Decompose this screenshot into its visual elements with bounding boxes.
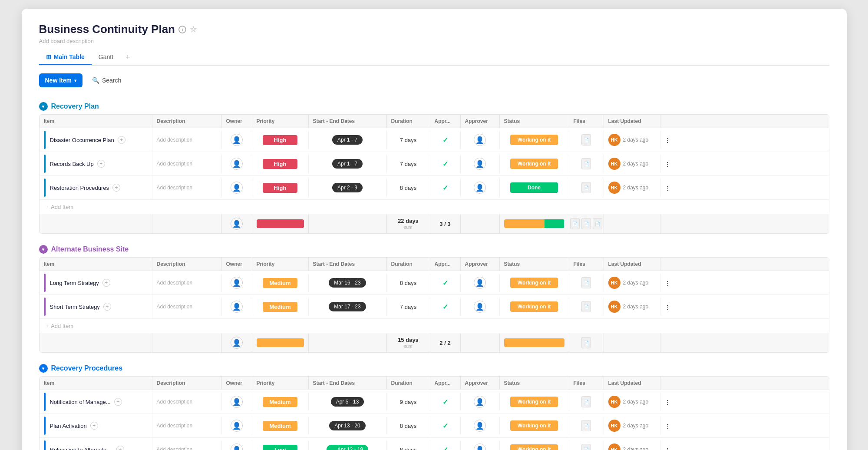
cell-priority[interactable]: High (252, 131, 309, 149)
check-icon: ✓ (442, 398, 448, 406)
cell-more[interactable]: ⋮ (660, 393, 669, 411)
cell-more[interactable]: ⋮ (660, 274, 669, 292)
col-files: Files (569, 115, 604, 128)
summary-owner: 👤 (222, 214, 252, 233)
board-description[interactable]: Add board description (39, 38, 829, 44)
cell-priority[interactable]: Medium (252, 417, 309, 435)
add-row-icon[interactable]: + (102, 279, 110, 287)
add-row-icon[interactable]: + (116, 446, 124, 450)
summary-duration: 22 days sum (387, 214, 430, 233)
section-toggle-recovery-plan[interactable]: ▼ (39, 102, 48, 111)
section-title-procedures[interactable]: Recovery Procedures (51, 364, 123, 372)
cell-status[interactable]: Working on it (500, 298, 569, 316)
cell-more[interactable]: ⋮ (660, 179, 669, 197)
tab-main-table[interactable]: ⊞ Main Table (39, 50, 92, 65)
cell-approver[interactable]: 👤 (461, 131, 500, 149)
cell-status[interactable]: Working on it (500, 440, 569, 450)
col-status: Status (500, 258, 569, 271)
cell-approver[interactable]: 👤 (461, 274, 500, 292)
new-item-button[interactable]: New Item ▾ (39, 73, 83, 87)
add-row-icon[interactable]: + (103, 303, 111, 311)
cell-files[interactable]: 📄 (569, 440, 604, 450)
cell-desc[interactable]: Add description (152, 393, 222, 411)
cell-owner[interactable]: 👤 (222, 417, 252, 435)
info-icon[interactable]: i (178, 26, 186, 33)
cell-desc[interactable]: Add description (152, 179, 222, 197)
cell-dates[interactable]: Mar 16 - 23 (309, 274, 387, 292)
col-files: Files (569, 377, 604, 390)
section-title-recovery-plan[interactable]: Recovery Plan (51, 103, 99, 110)
section-toggle-procedures[interactable]: ▼ (39, 364, 48, 373)
cell-priority[interactable]: Low (252, 440, 309, 450)
cell-priority[interactable]: High (252, 155, 309, 173)
cell-files[interactable]: 📄 (569, 179, 604, 197)
cell-desc[interactable]: Add description (152, 440, 222, 450)
cell-files[interactable]: 📄 (569, 274, 604, 292)
approver-avatar: 👤 (474, 182, 486, 194)
section-toggle-alternate[interactable]: ▼ (39, 245, 48, 254)
cell-status[interactable]: Working on it (500, 393, 569, 411)
cell-priority[interactable]: Medium (252, 393, 309, 411)
add-row-icon[interactable]: + (118, 136, 125, 144)
cell-more[interactable]: ⋮ (660, 417, 669, 435)
col-approver: Approver (461, 377, 500, 390)
cell-desc[interactable]: Add description (152, 417, 222, 435)
add-item-button[interactable]: + Add Item (40, 319, 829, 333)
cell-dates[interactable]: Apr 5 - 13 (309, 393, 387, 411)
cell-dates[interactable]: ✓ Apr 12 - 19 (309, 440, 387, 450)
cell-status[interactable]: Working on it (500, 274, 569, 292)
star-icon[interactable]: ☆ (190, 25, 197, 34)
col-more (660, 115, 669, 128)
cell-files[interactable]: 📄 (569, 155, 604, 173)
cell-owner[interactable]: 👤 (222, 274, 252, 292)
cell-desc[interactable]: Add description (152, 274, 222, 292)
cell-approver[interactable]: 👤 (461, 298, 500, 316)
cell-desc[interactable]: Add description (152, 155, 222, 173)
cell-owner[interactable]: 👤 (222, 131, 252, 149)
cell-owner[interactable]: 👤 (222, 393, 252, 411)
cell-files[interactable]: 📄 (569, 131, 604, 149)
add-row-icon[interactable]: + (97, 160, 105, 168)
add-item-button[interactable]: + Add Item (40, 200, 829, 214)
cell-status[interactable]: Working on it (500, 417, 569, 435)
owner-avatar: 👤 (231, 420, 243, 432)
cell-dates[interactable]: Apr 1 - 7 (309, 131, 387, 149)
cell-owner[interactable]: 👤 (222, 179, 252, 197)
cell-dates[interactable]: Apr 13 - 20 (309, 417, 387, 435)
tab-gantt[interactable]: Gantt (92, 50, 120, 65)
cell-desc[interactable]: Add description (152, 131, 222, 149)
cell-approver[interactable]: 👤 (461, 417, 500, 435)
cell-more[interactable]: ⋮ (660, 298, 669, 316)
cell-desc[interactable]: Add description (152, 298, 222, 316)
cell-files[interactable]: 📄 (569, 393, 604, 411)
cell-more[interactable]: ⋮ (660, 440, 669, 450)
add-tab-button[interactable]: + (120, 50, 135, 66)
cell-more[interactable]: ⋮ (660, 131, 669, 149)
cell-approver[interactable]: 👤 (461, 393, 500, 411)
cell-owner[interactable]: 👤 (222, 155, 252, 173)
cell-status[interactable]: Working on it (500, 131, 569, 149)
add-row-icon[interactable]: + (90, 422, 98, 430)
cell-dates[interactable]: Apr 2 - 9 (309, 179, 387, 197)
add-row-icon[interactable]: + (114, 398, 122, 406)
cell-appr: ✓ (430, 155, 461, 173)
cell-owner[interactable]: 👤 (222, 440, 252, 450)
cell-priority[interactable]: Medium (252, 274, 309, 292)
cell-dates[interactable]: Apr 1 - 7 (309, 155, 387, 173)
cell-approver[interactable]: 👤 (461, 179, 500, 197)
cell-files[interactable]: 📄 (569, 417, 604, 435)
cell-files[interactable]: 📄 (569, 298, 604, 316)
cell-dates[interactable]: Mar 17 - 23 (309, 298, 387, 316)
cell-approver[interactable]: 👤 (461, 440, 500, 450)
cell-priority[interactable]: High (252, 179, 309, 197)
add-row-icon[interactable]: + (112, 184, 120, 192)
cell-priority[interactable]: Medium (252, 298, 309, 316)
cell-status[interactable]: Working on it (500, 155, 569, 173)
cell-approver[interactable]: 👤 (461, 155, 500, 173)
cell-more[interactable]: ⋮ (660, 155, 669, 173)
cell-owner[interactable]: 👤 (222, 298, 252, 316)
row-color-bar (44, 131, 46, 149)
search-button[interactable]: 🔍 Search (88, 74, 125, 86)
section-title-alternate[interactable]: Alternate Business Site (51, 245, 129, 253)
cell-status[interactable]: Done (500, 179, 569, 197)
